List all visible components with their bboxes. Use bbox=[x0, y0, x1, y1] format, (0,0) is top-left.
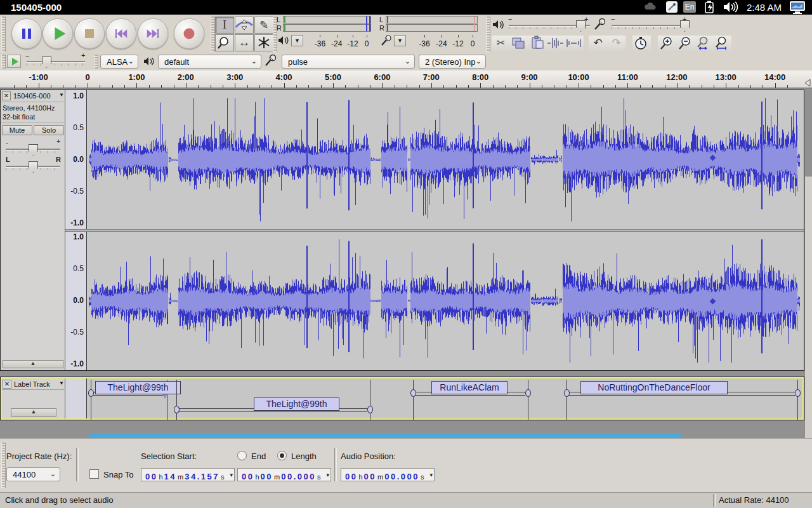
audio-position-field[interactable]: 00h00m00.000s▾ bbox=[341, 468, 435, 481]
label-start-handle[interactable] bbox=[564, 389, 570, 397]
cloud-icon[interactable] bbox=[643, 1, 657, 13]
paste-button[interactable] bbox=[528, 36, 547, 52]
speed-slider[interactable] bbox=[42, 57, 51, 68]
label-end-handle[interactable] bbox=[367, 406, 373, 413]
transport-toolbar-grip[interactable] bbox=[1, 17, 6, 52]
recording-device-select[interactable]: pulse⌄ bbox=[282, 55, 415, 69]
mixer-toolbar-grip[interactable] bbox=[486, 17, 490, 52]
pan-slider[interactable] bbox=[29, 161, 38, 173]
track-menu-arrow-icon[interactable]: ▼ bbox=[59, 92, 64, 98]
label-text-box[interactable]: RunLikeAClam bbox=[431, 381, 508, 394]
track-collapse-button[interactable]: ▲ bbox=[3, 360, 63, 368]
redo-button[interactable]: ↷ bbox=[607, 36, 625, 52]
time-digits[interactable]: 00 bbox=[345, 472, 357, 481]
label-track-menu-arrow-icon[interactable]: ▼ bbox=[59, 380, 64, 386]
recording-meter-dropdown[interactable]: ▼ bbox=[394, 35, 406, 46]
selection-tool-button[interactable]: I bbox=[215, 17, 234, 34]
track-close-button[interactable]: ✕ bbox=[2, 91, 11, 100]
selection-length-radio[interactable] bbox=[277, 451, 287, 460]
quickplay-pin-icon[interactable] bbox=[804, 79, 811, 87]
time-digits[interactable]: 00.000 bbox=[281, 472, 316, 481]
label-start-handle[interactable] bbox=[410, 389, 416, 397]
skip-start-button[interactable] bbox=[106, 18, 136, 49]
sync-lock-button[interactable] bbox=[632, 36, 651, 52]
screenshot-tool-icon[interactable] bbox=[666, 1, 678, 13]
track-title[interactable]: 150405-000 ▼ bbox=[13, 92, 64, 100]
label-end-handle[interactable] bbox=[795, 389, 801, 397]
solo-button[interactable]: Solo bbox=[34, 125, 64, 135]
label-track-title[interactable]: Label Track ▼ bbox=[14, 380, 64, 388]
waveform-channel-right[interactable] bbox=[87, 232, 804, 370]
selection-length-field[interactable]: 00h00m00.000s▾ bbox=[237, 468, 331, 481]
label-track-close-button[interactable]: ✕ bbox=[3, 380, 11, 389]
mute-button[interactable]: Mute bbox=[2, 125, 32, 135]
device-toolbar-grip[interactable] bbox=[94, 55, 98, 69]
keyboard-layout-indicator[interactable]: En bbox=[683, 1, 696, 13]
label-track-content[interactable]: TheLight@99thTheLight@99thRunLikeAClamNo… bbox=[87, 378, 804, 418]
selection-toolbar-grip[interactable] bbox=[1, 443, 6, 488]
selection-start-field[interactable]: 00h14m34.157s▾ bbox=[141, 468, 235, 481]
waveform-channel-left[interactable] bbox=[87, 90, 804, 229]
stop-button[interactable] bbox=[74, 18, 105, 49]
vertical-ruler-right[interactable]: 1.00.50.0-0.5-1.0 bbox=[65, 232, 87, 370]
fit-selection-button[interactable] bbox=[695, 36, 713, 52]
vertical-ruler-left[interactable]: 1.00.50.0-0.5-1.0 bbox=[65, 90, 87, 229]
draw-tool-button[interactable]: ✎ bbox=[254, 17, 273, 34]
trim-button[interactable] bbox=[547, 36, 565, 52]
silence-button[interactable] bbox=[565, 36, 584, 52]
session-monitor-icon[interactable] bbox=[789, 1, 806, 13]
timeshift-tool-button[interactable]: ↔ bbox=[235, 34, 254, 51]
time-digits[interactable]: 00 bbox=[364, 472, 376, 481]
time-field-dropdown-arrow[interactable]: ▾ bbox=[230, 472, 233, 478]
pause-button[interactable] bbox=[11, 18, 42, 49]
meter-scale-tick bbox=[458, 35, 459, 37]
time-digits[interactable]: 14 bbox=[164, 472, 176, 481]
input-volume-slider[interactable] bbox=[680, 20, 690, 32]
battery-icon[interactable] bbox=[703, 1, 717, 13]
tools-toolbar-grip[interactable] bbox=[211, 17, 215, 52]
time-digits[interactable]: 00 bbox=[145, 472, 157, 481]
audio-host-select[interactable]: ALSA⌄ bbox=[100, 55, 138, 69]
label-track-collapse-button[interactable]: ▲ bbox=[11, 408, 56, 417]
silence-icon bbox=[565, 36, 582, 51]
play-button[interactable] bbox=[43, 18, 73, 49]
playback-meter-dropdown[interactable]: ▼ bbox=[291, 35, 303, 46]
time-field-dropdown-arrow[interactable]: ▾ bbox=[326, 472, 329, 478]
time-digits[interactable]: 00 bbox=[242, 472, 254, 481]
fit-project-button[interactable] bbox=[713, 36, 731, 52]
time-field-dropdown-arrow[interactable]: ▾ bbox=[429, 472, 433, 478]
output-volume-slider[interactable] bbox=[576, 20, 586, 32]
selection-end-radio[interactable] bbox=[237, 451, 247, 460]
time-digits[interactable]: 34.157 bbox=[185, 472, 219, 481]
zoom-tool-button[interactable] bbox=[215, 34, 234, 51]
skip-end-button[interactable] bbox=[138, 18, 168, 49]
time-digits[interactable]: 00.000 bbox=[384, 472, 419, 481]
label-text-box[interactable]: NoRuttingOnTheDanceFloor bbox=[580, 381, 728, 394]
project-rate-select[interactable]: 44100⌄ bbox=[6, 467, 60, 481]
zoom-in-button[interactable] bbox=[658, 36, 676, 52]
recording-meter[interactable]: L R bbox=[379, 16, 478, 32]
zoom-out-button[interactable] bbox=[676, 36, 695, 52]
record-button[interactable] bbox=[174, 18, 204, 49]
transcription-toolbar-grip[interactable] bbox=[1, 55, 6, 69]
gain-slider[interactable] bbox=[29, 144, 38, 156]
cut-button[interactable]: ✂ bbox=[492, 36, 510, 52]
timeline-ruler[interactable]: -1:0001:002:003:004:005:006:007:008:009:… bbox=[0, 70, 812, 88]
recording-channels-select[interactable]: 2 (Stereo) Inp⌄ bbox=[419, 55, 486, 69]
snap-to-checkbox[interactable] bbox=[89, 469, 99, 479]
clock-text[interactable]: 2:48 AM bbox=[747, 2, 782, 13]
time-digits[interactable]: 00 bbox=[261, 472, 273, 481]
playback-device-select[interactable]: default⌄ bbox=[158, 55, 261, 69]
label-end-handle[interactable] bbox=[525, 389, 531, 397]
label-start-handle[interactable] bbox=[174, 406, 180, 413]
copy-button[interactable] bbox=[510, 36, 528, 52]
label-text-box[interactable]: TheLight@99th bbox=[254, 398, 339, 411]
play-at-speed-button[interactable] bbox=[7, 55, 21, 68]
label-start-handle[interactable] bbox=[88, 389, 94, 397]
envelope-tool-button[interactable] bbox=[235, 17, 254, 34]
multi-tool-button[interactable] bbox=[254, 34, 273, 51]
undo-button[interactable]: ↶ bbox=[589, 36, 607, 52]
label-text-box[interactable]: TheLight@99th bbox=[95, 381, 181, 394]
playback-meter[interactable]: L R bbox=[277, 16, 372, 32]
volume-tray-icon[interactable] bbox=[723, 1, 740, 13]
